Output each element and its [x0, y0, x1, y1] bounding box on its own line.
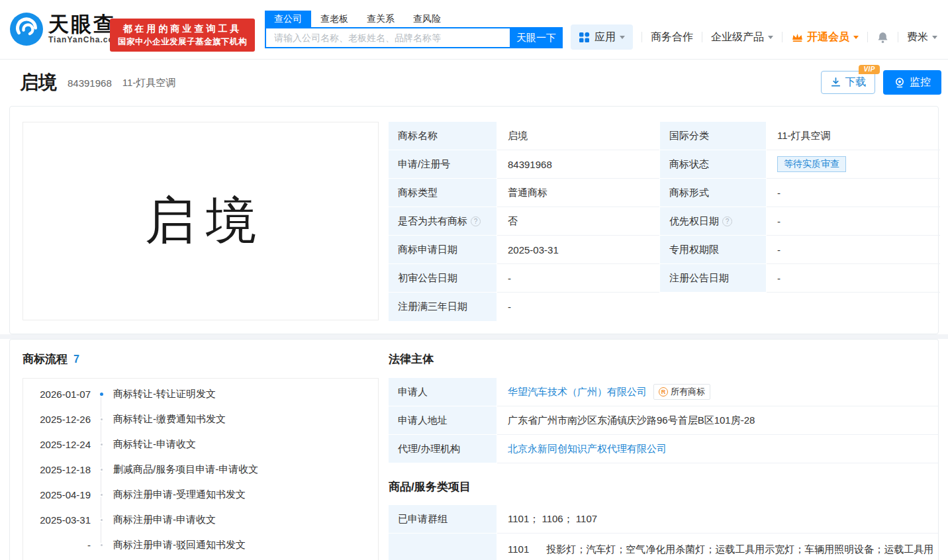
- status-badge[interactable]: 等待实质审查: [777, 156, 846, 172]
- divider: [702, 32, 702, 42]
- info-value: 11-灯具空调: [767, 122, 940, 150]
- goods-title: 商品/服务类项目: [389, 479, 939, 494]
- download-button[interactable]: 下载 VIP: [821, 71, 875, 94]
- timeline-dot: [99, 543, 104, 547]
- applicant-address: 广东省广州市南沙区东涌镇庆沙路96号首层B区101房-28: [497, 406, 939, 435]
- registered-icon: R: [659, 387, 668, 397]
- nav-apps-button[interactable]: 应用: [571, 24, 633, 50]
- search-tab-company[interactable]: 查公司: [265, 11, 311, 27]
- applicant-link[interactable]: 华望汽车技术（广州）有限公司: [508, 386, 647, 398]
- trademark-info-card: 启境 商标名称 启境 国际分类 11-灯具空调 申请/注册号 84391968 …: [9, 106, 939, 334]
- table-row: 申请/注册号 84391968 商标状态 等待实质审查: [389, 150, 939, 179]
- info-label: 已申请群组: [389, 505, 497, 534]
- timeline-dot: [99, 518, 104, 522]
- info-label: 商标状态: [660, 150, 766, 179]
- nav-business-cooperation[interactable]: 商务合作: [651, 30, 693, 44]
- info-value: 2025-03-31: [497, 236, 659, 264]
- trademark-info-table: 商标名称 启境 国际分类 11-灯具空调 申请/注册号 84391968 商标状…: [389, 122, 939, 321]
- timeline-item: 2026-01-07 商标转让-转让证明发文: [23, 381, 378, 406]
- nav-vip-button[interactable]: 开通会员: [791, 30, 859, 44]
- timeline-date: 2025-12-26: [23, 414, 91, 425]
- nav-vip-label: 开通会员: [807, 30, 849, 44]
- chevron-down-icon: [853, 36, 859, 42]
- promo-line2: 国家中小企业发展子基金旗下机构: [118, 36, 247, 48]
- search-button[interactable]: 天眼一下: [510, 27, 563, 48]
- table-row: 是否为共有商标 ? 否 优先权日期 ? -: [389, 207, 939, 236]
- goods-code: 1101: [508, 541, 529, 558]
- help-icon[interactable]: ?: [471, 216, 481, 226]
- timeline-label: 商标注册申请-受理通知书发文: [113, 489, 246, 501]
- all-trademarks-badge[interactable]: R 所有商标: [653, 384, 710, 400]
- nav-apps-label: 应用: [594, 30, 616, 44]
- info-label: 初审公告日期: [389, 264, 497, 293]
- registration-number: 84391968: [68, 77, 112, 89]
- table-row: 注册满三年日期 -: [389, 293, 939, 321]
- table-row: 商标类型 普通商标 商标形式 -: [389, 179, 939, 207]
- trademark-image-text: 启境: [134, 187, 267, 256]
- info-value: 启境: [497, 122, 659, 150]
- table-row: 初审公告日期 - 注册公告日期 -: [389, 264, 939, 293]
- download-icon: [830, 77, 841, 88]
- search-tab-relation[interactable]: 查关系: [357, 11, 404, 27]
- nav-enterprise-product[interactable]: 企业级产品: [711, 30, 773, 44]
- timeline-item: - 商标注册申请-驳回通知书发文: [23, 532, 378, 557]
- notification-bell-icon[interactable]: [877, 31, 889, 44]
- info-value: -: [767, 236, 940, 264]
- table-row: 已申请群组 1101； 1106； 1107: [389, 505, 939, 534]
- info-value: 否: [497, 207, 659, 236]
- site-logo[interactable]: 天眼查 TianYanCha.com: [10, 13, 121, 46]
- section-gap: [0, 334, 948, 339]
- table-row: 申请人 华望汽车技术（广州）有限公司 R 所有商标: [389, 378, 939, 406]
- goods-description: 投影灯；汽车灯；空气净化用杀菌灯；运载工具用示宽灯；车辆用照明设备；运载工具用灯: [546, 541, 939, 560]
- promo-banner: 都在用的商业查询工具 国家中小企业发展子基金旗下机构: [110, 19, 255, 52]
- timeline-item: 2025-04-19 商标注册申请-受理通知书发文: [23, 482, 378, 507]
- info-value: 普通商标: [497, 179, 659, 207]
- timeline-dot: [99, 391, 105, 397]
- detail-sections-card: 商标流程 7 2026-01-07 商标转让-转让证明发文 2025-12-26…: [9, 339, 939, 560]
- info-value: -: [767, 179, 940, 207]
- timeline-dot: [99, 442, 104, 447]
- nav-user-menu[interactable]: 费米: [907, 30, 937, 44]
- timeline-date: 2025-12-24: [23, 439, 91, 450]
- info-label: 是否为共有商标 ?: [389, 207, 497, 236]
- info-label-text: 是否为共有商标: [398, 215, 467, 228]
- timeline-date: 2025-03-31: [23, 514, 91, 526]
- crown-icon: [791, 32, 804, 43]
- monitor-button[interactable]: 监控: [883, 70, 941, 95]
- search-tab-boss[interactable]: 查老板: [311, 11, 357, 27]
- timeline-date: 2026-01-07: [23, 389, 91, 400]
- info-value: -: [497, 293, 939, 321]
- legal-table: 申请人 华望汽车技术（广州）有限公司 R 所有商标 申请人地址 广东省广州市南沙…: [389, 378, 939, 463]
- search-tab-risk[interactable]: 查风险: [404, 11, 450, 27]
- agency-link[interactable]: 北京永新同创知识产权代理有限公司: [508, 443, 667, 455]
- search-input[interactable]: [265, 27, 510, 48]
- goods-group-value: 1101； 1106； 1107: [497, 505, 939, 534]
- info-value: 等待实质审查: [767, 150, 940, 179]
- info-label: [389, 534, 497, 560]
- info-value: -: [767, 264, 940, 293]
- top-nav: 应用 商务合作 企业级产品 开通会员 费米: [571, 24, 937, 50]
- info-label: 商标类型: [389, 179, 497, 207]
- app-grid-icon: [579, 32, 590, 43]
- timeline-label: 删减商品/服务项目申请-申请收文: [113, 463, 258, 476]
- download-label: 下载: [845, 75, 867, 89]
- info-label: 申请人: [389, 378, 497, 406]
- help-icon[interactable]: ?: [722, 216, 732, 226]
- monitor-label: 监控: [910, 75, 931, 89]
- timeline-date: 2025-12-18: [23, 464, 91, 475]
- page-title: 启境: [20, 70, 57, 95]
- timeline-date: 2025-04-19: [23, 489, 91, 500]
- timeline-item: 2025-12-26 商标转让-缴费通知书发文: [23, 406, 378, 432]
- info-label: 注册公告日期: [660, 264, 766, 293]
- timeline-item: 2025-03-31 商标注册申请-申请收文: [23, 507, 378, 532]
- table-row: 商标名称 启境 国际分类 11-灯具空调: [389, 122, 939, 150]
- divider: [641, 32, 642, 42]
- top-header: 天眼查 TianYanCha.com 都在用的商业查询工具 国家中小企业发展子基…: [0, 0, 948, 60]
- all-trademarks-label: 所有商标: [671, 386, 705, 398]
- table-row: 申请人地址 广东省广州市南沙区东涌镇庆沙路96号首层B区101房-28: [389, 406, 939, 435]
- table-row: 商标申请日期 2025-03-31 专用权期限 -: [389, 236, 939, 264]
- info-value: -: [497, 264, 659, 293]
- timeline-label: 商标注册申请-驳回通知书发文: [113, 539, 246, 551]
- monitor-icon: [894, 77, 906, 89]
- chevron-down-icon: [620, 36, 625, 42]
